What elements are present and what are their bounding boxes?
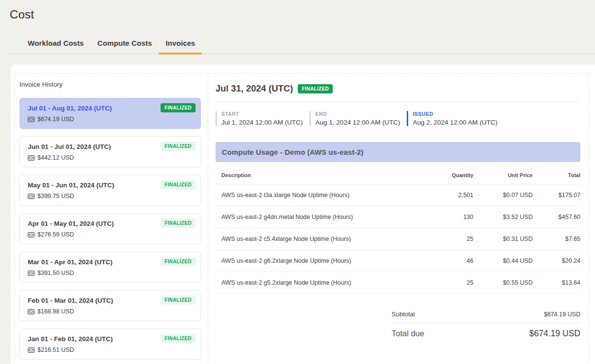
invoice-date-range: May 01 - Jun 01, 2024 (UTC) [28,180,114,189]
banknote-icon [28,271,35,276]
subtotal-row: Subtotal $674.19 USD [392,307,580,323]
status-badge: FINALIZED [161,218,196,228]
invoice-amount: $399.75 USD [37,193,74,200]
invoice-date-range: Jun 01 - Jul 01, 2024 (UTC) [28,142,111,150]
usage-table: Description Quantity Unit Price Total AW… [216,162,580,294]
banknote-icon [28,155,35,161]
invoices-panel: Invoice History Jul 01 - Aug 01, 2024 (U… [15,73,589,364]
meta-value: Jul 1, 2024 12:00 AM (UTC) [221,119,303,126]
meta-label: END [315,111,400,117]
status-badge: FINALIZED [161,142,196,151]
page-title: Cost [10,8,595,21]
status-badge: FINALIZED [298,84,333,93]
invoice-amount: $168.98 USD [37,308,74,315]
invoice-amount-row: $674.19 USD [28,116,196,123]
row-description: AWS us-east-2 g6.2xlarge Node Uptime (Ho… [216,257,415,264]
invoice-card-top: Mar 01 - Apr 01, 2024 (UTC) FINALIZED [28,257,196,266]
invoice-card-top: Jun 01 - Jul 01, 2024 (UTC) FINALIZED [28,142,196,151]
row-total: $7.65 [533,236,580,242]
total-due-row: Total due $674.19 USD [392,323,580,344]
invoice-amount-row: $168.98 USD [28,308,196,315]
invoice-amount-row: $399.75 USD [28,193,196,200]
header-divider [216,102,580,102]
meta-value: Aug 2, 2024 12:00 AM (UTC) [413,119,497,126]
subtotal-value: $674.19 USD [544,311,580,318]
page-header: Cost Workload Costs Compute Costs Invoic… [0,0,595,54]
banknote-icon [28,194,35,199]
row-unit-price: $0.31 USD [473,236,533,242]
meta-label: ISSUED [413,111,497,117]
row-total: $20.24 [533,257,580,264]
invoice-card-top: Jul 01 - Aug 01, 2024 (UTC) FINALIZED [28,103,196,112]
invoice-amount: $442.12 USD [37,154,74,161]
row-description: AWS us-east-2 c5.4xlarge Node Uptime (Ho… [216,236,415,242]
invoice-card[interactable]: May 01 - Jun 01, 2024 (UTC) FINALIZED $3… [19,175,201,206]
invoice-date-range: Jan 01 - Feb 01, 2024 (UTC) [28,334,113,343]
column-total: Total [533,172,580,178]
column-quantity: Quantity [415,172,473,178]
status-badge: FINALIZED [161,103,196,112]
invoice-card[interactable]: Apr 01 - May 01, 2024 (UTC) FINALIZED $2… [19,213,201,244]
row-description: AWS us-east-2 g4dn.metal Node Uptime (Ho… [216,214,415,220]
invoice-date-range: Jul 01 - Aug 01, 2024 (UTC) [28,103,112,112]
row-description: AWS us-east-2 t3a.xlarge Node Uptime (Ho… [216,192,415,199]
row-unit-price: $0.44 USD [473,257,533,264]
status-badge: FINALIZED [161,180,196,189]
row-unit-price: $0.55 USD [473,279,533,286]
row-quantity: 46 [415,257,473,264]
invoice-card[interactable]: Mar 01 - Apr 01, 2024 (UTC) FINALIZED $3… [19,252,201,283]
banknote-icon [28,117,35,122]
subtotal-label: Subtotal [392,310,415,318]
meta-value: Aug 1, 2024 12:00 AM (UTC) [315,119,400,126]
row-unit-price: $3.52 USD [473,214,533,220]
invoice-card[interactable]: Jul 01 - Aug 01, 2024 (UTC) FINALIZED $6… [19,98,201,129]
row-total: $13.64 [533,279,580,286]
status-badge: FINALIZED [161,257,196,266]
invoice-date-range: Apr 01 - May 01, 2024 (UTC) [28,218,114,227]
row-unit-price: $0.07 USD [473,192,533,199]
invoice-card-top: May 01 - Jun 01, 2024 (UTC) FINALIZED [28,180,196,189]
total-due-label: Total due [392,329,424,338]
invoice-meta-block: START Jul 1, 2024 12:00 AM (UTC) [216,111,303,126]
invoice-detail-panel: Jul 31, 2024 (UTC) FINALIZED START Jul 1… [208,73,588,364]
row-quantity: 25 [415,236,473,242]
invoice-card-top: Feb 01 - Mar 01, 2024 (UTC) FINALIZED [28,295,196,305]
content-card: Invoice History Jul 01 - Aug 01, 2024 (U… [11,65,595,364]
row-quantity: 2,501 [415,192,473,199]
column-unit-price: Unit Price [473,172,533,178]
banknote-icon [28,309,35,314]
table-row: AWS us-east-2 g6.2xlarge Node Uptime (Ho… [216,250,580,272]
column-description: Description [216,172,415,178]
invoice-meta-block: ISSUED Aug 2, 2024 12:00 AM (UTC) [407,111,497,126]
invoice-amount: $216.51 USD [37,346,74,353]
row-description: AWS us-east-2 g5.2xlarge Node Uptime (Ho… [216,279,415,286]
invoice-history-title: Invoice History [19,81,201,88]
invoice-card[interactable]: Feb 01 - Mar 01, 2024 (UTC) FINALIZED $1… [19,290,201,321]
invoice-meta-block: END Aug 1, 2024 12:00 AM (UTC) [309,111,400,126]
invoice-meta-row: START Jul 1, 2024 12:00 AM (UTC) END Aug… [216,111,580,126]
invoice-date-range: Feb 01 - Mar 01, 2024 (UTC) [28,295,113,304]
row-quantity: 25 [415,279,473,286]
banknote-icon [28,347,35,353]
tab-bar: Workload Costs Compute Costs Invoices [10,39,595,54]
compute-usage-banner: Compute Usage - Demo (AWS us-east-2) [216,142,580,162]
tab-compute-costs[interactable]: Compute Costs [90,39,159,54]
invoice-history-sidebar: Invoice History Jul 01 - Aug 01, 2024 (U… [15,73,208,364]
invoice-summary: Subtotal $674.19 USD Total due $674.19 U… [392,307,580,344]
tab-workload-costs[interactable]: Workload Costs [21,39,90,54]
invoice-list: Jul 01 - Aug 01, 2024 (UTC) FINALIZED $6… [19,98,201,360]
invoice-card[interactable]: Jan 01 - Feb 01, 2024 (UTC) FINALIZED $2… [19,328,201,360]
invoice-detail-title: Jul 31, 2024 (UTC) [216,83,293,94]
tab-invoices[interactable]: Invoices [159,39,202,54]
row-total: $175.07 [533,192,580,199]
total-due-value: $674.19 USD [529,328,580,339]
status-badge: FINALIZED [161,334,196,343]
meta-label: START [221,111,303,117]
table-row: AWS us-east-2 t3a.xlarge Node Uptime (Ho… [216,184,580,206]
invoice-amount: $674.19 USD [37,116,74,123]
invoice-card[interactable]: Jun 01 - Jul 01, 2024 (UTC) FINALIZED $4… [19,136,201,167]
invoice-date-range: Mar 01 - Apr 01, 2024 (UTC) [28,257,112,266]
row-quantity: 130 [415,214,473,220]
invoice-amount: $276.59 USD [37,231,74,238]
status-badge: FINALIZED [161,295,196,305]
